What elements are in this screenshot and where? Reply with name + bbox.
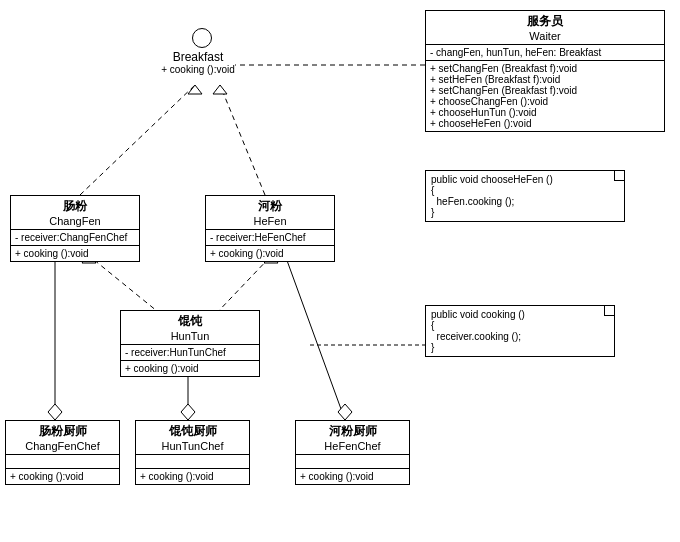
waiter-attributes: - changFen, hunTun, heFen: Breakfast [426, 45, 664, 61]
hefenchef-title: 河粉厨师 HeFenChef [296, 421, 409, 455]
changfen-methods: + cooking ():void [11, 246, 139, 261]
breakfast-label: Breakfast + cooking ():void [158, 50, 238, 75]
hefen-title: 河粉 HeFen [206, 196, 334, 230]
svg-marker-1 [188, 85, 202, 94]
hefenchef-empty [296, 455, 409, 469]
changfenchef-box: 肠粉厨师 ChangFenChef + cooking ():void [5, 420, 120, 485]
changfenchef-title: 肠粉厨师 ChangFenChef [6, 421, 119, 455]
huntun-title: 馄饨 HunTun [121, 311, 259, 345]
huntunchef-box: 馄饨厨师 HunTunChef + cooking ():void [135, 420, 250, 485]
hefen-attributes: - receiver:HeFenChef [206, 230, 334, 246]
svg-line-2 [220, 85, 265, 195]
svg-marker-3 [213, 85, 227, 94]
hefenchef-methods: + cooking ():void [296, 469, 409, 484]
changfenchef-empty [6, 455, 119, 469]
note-cooking: public void cooking () { receiver.cookin… [425, 305, 615, 357]
huntunchef-methods: + cooking ():void [136, 469, 249, 484]
interface-circle [192, 28, 212, 48]
hefenchef-box: 河粉厨师 HeFenChef + cooking ():void [295, 420, 410, 485]
hefen-methods: + cooking ():void [206, 246, 334, 261]
changfen-attributes: - receiver:ChangFenChef [11, 230, 139, 246]
note-choosehefen: public void chooseHeFen () { heFen.cooki… [425, 170, 625, 222]
svg-marker-12 [338, 404, 352, 420]
waiter-methods: + setChangFen (Breakfast f):void + setHe… [426, 61, 664, 131]
waiter-box: 服务员 Waiter - changFen, hunTun, heFen: Br… [425, 10, 665, 132]
huntun-box: 馄饨 HunTun - receiver:HunTunChef + cookin… [120, 310, 260, 377]
hefen-box: 河粉 HeFen - receiver:HeFenChef + cooking … [205, 195, 335, 262]
svg-line-0 [80, 85, 195, 195]
svg-marker-14 [181, 404, 195, 420]
huntunchef-title: 馄饨厨师 HunTunChef [136, 421, 249, 455]
huntun-methods: + cooking ():void [121, 361, 259, 376]
svg-marker-10 [48, 404, 62, 420]
note-corner-1 [614, 171, 624, 181]
waiter-title: 服务员 Waiter [426, 11, 664, 45]
huntun-attributes: - receiver:HunTunChef [121, 345, 259, 361]
changfen-box: 肠粉 ChangFen - receiver:ChangFenChef + co… [10, 195, 140, 262]
changfen-title: 肠粉 ChangFen [11, 196, 139, 230]
uml-diagram: Breakfast + cooking ():void 服务员 Waiter -… [0, 0, 680, 542]
svg-line-11 [285, 255, 345, 420]
note-corner-2 [604, 306, 614, 316]
changfenchef-methods: + cooking ():void [6, 469, 119, 484]
huntunchef-empty [136, 455, 249, 469]
